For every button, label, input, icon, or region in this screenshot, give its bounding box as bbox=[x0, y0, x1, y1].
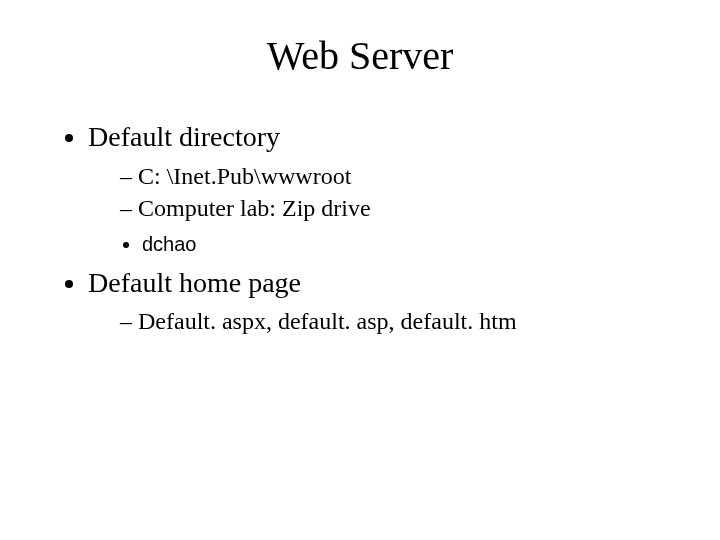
sub-item-lab: – Computer lab: Zip drive bbox=[120, 192, 680, 224]
slide-body: Default directory – C: \Inet.Pub\wwwroot… bbox=[60, 118, 680, 344]
bullet-list: Default directory – C: \Inet.Pub\wwwroot… bbox=[60, 118, 680, 338]
sub-list: – Default. aspx, default. asp, default. … bbox=[88, 305, 680, 337]
dash-icon: – bbox=[120, 192, 138, 224]
bullet-default-directory: Default directory – C: \Inet.Pub\wwwroot… bbox=[88, 118, 680, 258]
sub-item-defaults: – Default. aspx, default. asp, default. … bbox=[120, 305, 680, 337]
bullet-default-home-page: Default home page – Default. aspx, defau… bbox=[88, 264, 680, 338]
sub-item-path: – C: \Inet.Pub\wwwroot bbox=[120, 160, 680, 192]
slide-title: Web Server bbox=[0, 32, 720, 79]
dash-icon: – bbox=[120, 305, 138, 337]
sub-list: – C: \Inet.Pub\wwwroot – Computer lab: Z… bbox=[88, 160, 680, 225]
sub-item-text: Computer lab: Zip drive bbox=[138, 192, 371, 224]
bullet-label: Default home page bbox=[88, 267, 301, 298]
sub-item-text: Default. aspx, default. asp, default. ht… bbox=[138, 305, 517, 337]
sub-sub-item-dchao: dchao bbox=[142, 231, 680, 258]
sub-sub-item-text: dchao bbox=[142, 233, 197, 255]
sub-item-text: C: \Inet.Pub\wwwroot bbox=[138, 160, 351, 192]
bullet-label: Default directory bbox=[88, 121, 280, 152]
dash-icon: – bbox=[120, 160, 138, 192]
sub-sub-list: dchao bbox=[88, 231, 680, 258]
slide: Web Server Default directory – C: \Inet.… bbox=[0, 0, 720, 540]
